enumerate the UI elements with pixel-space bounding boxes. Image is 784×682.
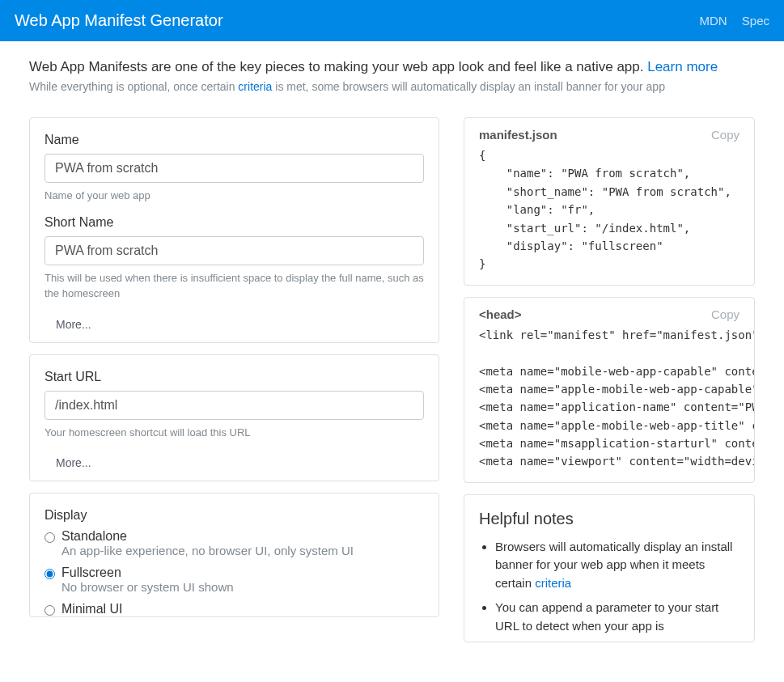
start-url-card: Start URL Your homescreen shortcut will … xyxy=(29,354,439,482)
name-card: Name Name of your web app Short Name Thi… xyxy=(29,117,439,343)
fullscreen-desc: No browser or system UI shown xyxy=(61,580,234,594)
intro: Web App Manifests are one of the key pie… xyxy=(0,41,784,101)
name-input[interactable] xyxy=(44,154,424,183)
head-preview-card: <head> Copy <link rel="manifest" href="m… xyxy=(464,297,755,483)
head-title: <head> xyxy=(479,307,522,321)
note-item-2: You can append a parameter to your start… xyxy=(495,599,740,635)
note-1-pre: Browsers will automatically display an i… xyxy=(495,540,732,590)
intro-sub-post: is met, some browsers will automatically… xyxy=(272,80,665,93)
short-name-input[interactable] xyxy=(44,236,424,265)
display-option-standalone[interactable]: Standalone An app-like experience, no br… xyxy=(44,529,424,557)
note-criteria-link[interactable]: criteria xyxy=(535,576,571,590)
display-option-fullscreen[interactable]: Fullscreen No browser or system UI shown xyxy=(44,566,424,594)
short-name-label: Short Name xyxy=(44,215,424,230)
radio-minimal[interactable] xyxy=(44,605,55,616)
notes-title: Helpful notes xyxy=(479,510,740,528)
spec-link[interactable]: Spec xyxy=(742,14,769,28)
intro-lead: Web App Manifests are one of the key pie… xyxy=(29,59,755,75)
minimal-label: Minimal UI xyxy=(61,602,123,616)
manifest-preview-header: manifest.json Copy xyxy=(464,118,754,146)
more-names-toggle[interactable]: More... xyxy=(44,313,103,331)
radio-standalone[interactable] xyxy=(44,532,55,543)
name-label: Name xyxy=(44,133,424,147)
start-url-label: Start URL xyxy=(44,370,424,384)
mdn-link[interactable]: MDN xyxy=(699,14,727,28)
standalone-label: Standalone xyxy=(61,529,354,544)
navbar-links: MDN Spec xyxy=(688,14,769,28)
intro-sub: While everything is optional, once certa… xyxy=(29,80,755,93)
helpful-notes-card: Helpful notes Browsers will automaticall… xyxy=(464,494,755,643)
name-help: Name of your web app xyxy=(44,188,424,204)
preview-column: manifest.json Copy { "name": "PWA from s… xyxy=(464,117,755,642)
criteria-link[interactable]: criteria xyxy=(238,80,272,93)
radio-fullscreen[interactable] xyxy=(44,569,55,579)
manifest-title: manifest.json xyxy=(479,128,557,142)
display-option-minimal[interactable]: Minimal UI xyxy=(44,602,424,616)
form-column: Name Name of your web app Short Name Thi… xyxy=(29,117,439,629)
start-url-input[interactable] xyxy=(44,391,424,420)
head-code: <link rel="manifest" href="manifest.json… xyxy=(464,326,754,482)
copy-head-button[interactable]: Copy xyxy=(711,307,740,321)
manifest-code: { "name": "PWA from scratch", "short_nam… xyxy=(464,146,754,285)
note-item-1: Browsers will automatically display an i… xyxy=(495,538,740,593)
learn-more-link[interactable]: Learn more xyxy=(647,59,718,74)
intro-sub-pre: While everything is optional, once certa… xyxy=(29,80,238,93)
start-url-help: Your homescreen shortcut will load this … xyxy=(44,425,424,441)
display-label: Display xyxy=(44,508,424,523)
intro-lead-text: Web App Manifests are one of the key pie… xyxy=(29,59,647,74)
notes-list: Browsers will automatically display an i… xyxy=(479,538,740,636)
manifest-preview-card: manifest.json Copy { "name": "PWA from s… xyxy=(464,117,755,286)
display-card: Display Standalone An app-like experienc… xyxy=(29,493,439,617)
app-title: Web App Manifest Generator xyxy=(15,11,223,30)
more-start-url-toggle[interactable]: More... xyxy=(44,451,103,469)
copy-manifest-button[interactable]: Copy xyxy=(711,128,740,142)
navbar: Web App Manifest Generator MDN Spec xyxy=(0,0,784,41)
short-name-help: This will be used when there is insuffic… xyxy=(44,270,424,302)
standalone-desc: An app-like experience, no browser UI, o… xyxy=(61,544,354,557)
fullscreen-label: Fullscreen xyxy=(61,566,234,580)
main-container: Name Name of your web app Short Name Thi… xyxy=(0,101,784,659)
head-preview-header: <head> Copy xyxy=(464,298,754,326)
